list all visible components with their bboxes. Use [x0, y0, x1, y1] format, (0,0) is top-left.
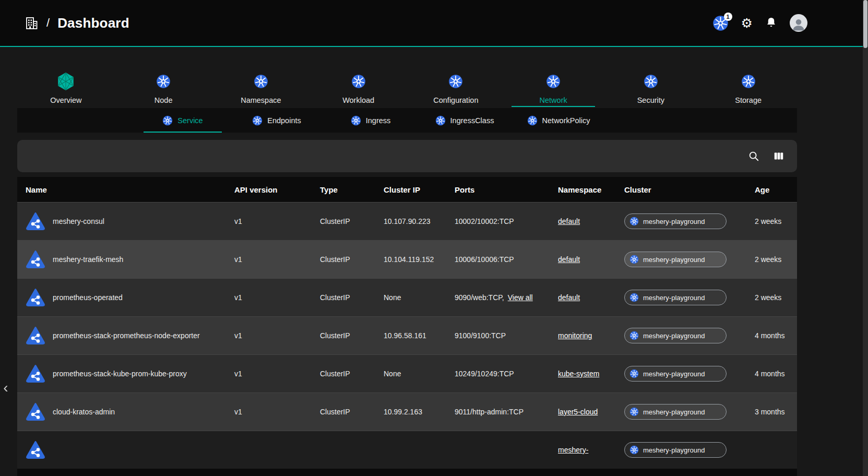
kubernetes-icon	[351, 71, 366, 92]
tab-overview[interactable]: Overview	[17, 68, 115, 107]
age: 2 weeks	[746, 293, 797, 302]
tab-ingressclass[interactable]: IngressClass	[418, 108, 512, 133]
service-type: ClusterIP	[312, 331, 375, 340]
tab-label: Network	[540, 96, 567, 104]
search-button[interactable]	[748, 150, 759, 162]
tab-storage[interactable]: Storage	[699, 68, 797, 107]
cluster-ip: 10.99.2.163	[375, 408, 446, 416]
column-header-ports[interactable]: Ports	[446, 185, 550, 194]
column-header-cluster-ip[interactable]: Cluster IP	[375, 185, 446, 194]
table-row[interactable]: cloud-kratos-admin v1 ClusterIP 10.99.2.…	[17, 392, 797, 431]
services-table: Name API version Type Cluster IP Ports N…	[17, 177, 797, 476]
kubernetes-icon	[435, 115, 446, 126]
kubernetes-icon	[254, 71, 268, 92]
app-header: / Dashboard 1 ⚙	[0, 0, 868, 46]
tab-security[interactable]: Security	[602, 68, 700, 107]
table-row[interactable]: meshery-consul v1 ClusterIP 10.107.90.22…	[17, 202, 797, 240]
kubernetes-icon	[629, 445, 639, 455]
service-type: ClusterIP	[312, 370, 375, 378]
tab-label: Storage	[735, 96, 762, 104]
table-row[interactable]: prometheus-operated v1 ClusterIP None 90…	[17, 278, 797, 316]
service-type: ClusterIP	[312, 255, 375, 264]
organization-icon[interactable]	[24, 15, 39, 31]
column-header-type[interactable]: Type	[312, 185, 375, 194]
cluster-name: meshery-playground	[643, 294, 705, 302]
table-header-row: Name API version Type Cluster IP Ports N…	[17, 177, 797, 202]
kubernetes-icon	[629, 331, 639, 340]
user-avatar[interactable]	[790, 14, 807, 32]
kubernetes-icon	[629, 293, 639, 302]
tab-ingress[interactable]: Ingress	[324, 108, 418, 133]
namespace-link[interactable]: default	[558, 293, 580, 302]
tab-label: Namespace	[241, 96, 281, 104]
search-icon	[748, 150, 759, 162]
tab-label: Service	[177, 116, 203, 125]
namespace-link[interactable]: meshery-	[558, 446, 588, 454]
cluster-ip: 10.96.58.161	[375, 331, 446, 340]
cluster-ip: 10.104.119.152	[375, 255, 446, 264]
table-row-partial[interactable]: meshery- meshery-playground	[17, 431, 797, 469]
ports: 9100/9100:TCP	[455, 331, 506, 340]
tab-endpoints[interactable]: Endpoints	[230, 108, 324, 133]
tab-label: Workload	[342, 96, 374, 104]
tab-node[interactable]: Node	[115, 68, 212, 107]
tab-networkpolicy[interactable]: NetworkPolicy	[512, 108, 605, 133]
tab-workload[interactable]: Workload	[310, 68, 407, 107]
api-version: v1	[226, 408, 312, 416]
table-row[interactable]: prometheus-stack-prometheus-node-exporte…	[17, 316, 797, 354]
age: 4 months	[746, 370, 797, 378]
namespace-link[interactable]: default	[558, 255, 580, 264]
cluster-chip[interactable]: meshery-playground	[624, 404, 727, 420]
ports: 9090/web:TCP,	[455, 293, 504, 302]
namespace-link[interactable]: default	[558, 217, 580, 225]
namespace-link[interactable]: monitoring	[558, 331, 592, 340]
column-header-cluster[interactable]: Cluster	[616, 185, 746, 194]
cluster-ip: 10.107.90.223	[375, 217, 446, 225]
page-scrollbar[interactable]	[863, 0, 868, 476]
cluster-chip[interactable]: meshery-playground	[624, 442, 727, 458]
page-title: Dashboard	[57, 15, 129, 31]
column-header-age[interactable]: Age	[746, 185, 797, 194]
cluster-chip[interactable]: meshery-playground	[624, 290, 727, 305]
column-header-name[interactable]: Name	[17, 185, 226, 194]
view-all-ports-link[interactable]: View all	[508, 293, 533, 302]
cluster-chip[interactable]: meshery-playground	[624, 366, 727, 382]
kubernetes-icon	[527, 115, 538, 126]
gear-icon: ⚙	[741, 16, 753, 30]
namespace-link[interactable]: kube-system	[558, 370, 599, 378]
table-row[interactable]: meshery-traefik-mesh v1 ClusterIP 10.104…	[17, 240, 797, 278]
api-version: v1	[226, 293, 312, 302]
service-name: prometheus-stack-prometheus-node-exporte…	[53, 331, 200, 340]
scrollbar-thumb[interactable]	[863, 0, 867, 48]
tab-label: Ingress	[366, 116, 391, 125]
cluster-chip[interactable]: meshery-playground	[624, 328, 727, 343]
cluster-connections-button[interactable]: 1	[712, 15, 729, 31]
cluster-name: meshery-playground	[643, 218, 705, 225]
tab-configuration[interactable]: Configuration	[407, 68, 505, 107]
cluster-name: meshery-playground	[643, 256, 705, 264]
service-name: meshery-consul	[53, 217, 104, 225]
bell-icon	[765, 16, 777, 28]
cluster-chip[interactable]: meshery-playground	[624, 213, 727, 229]
service-name: meshery-traefik-mesh	[53, 255, 123, 264]
service-icon	[26, 364, 45, 383]
settings-button[interactable]: ⚙	[741, 17, 753, 30]
kubernetes-icon	[162, 115, 173, 126]
service-icon	[26, 250, 45, 269]
namespace-link[interactable]: layer5-cloud	[558, 408, 598, 416]
table-row[interactable]: prometheus-stack-kube-prom-kube-proxy v1…	[17, 354, 797, 392]
kubernetes-icon	[629, 255, 639, 264]
kubernetes-icon	[546, 71, 561, 92]
column-header-api-version[interactable]: API version	[226, 185, 312, 194]
column-header-namespace[interactable]: Namespace	[550, 185, 616, 194]
notifications-button[interactable]	[765, 16, 777, 30]
tab-namespace[interactable]: Namespace	[212, 68, 310, 107]
tab-label: NetworkPolicy	[542, 116, 590, 125]
tab-network[interactable]: Network	[505, 68, 602, 107]
column-visibility-button[interactable]	[773, 150, 784, 162]
cluster-chip[interactable]: meshery-playground	[624, 252, 727, 267]
tab-service[interactable]: Service	[136, 108, 230, 133]
network-resource-tabs: Service Endpoints Ingress IngressClass N…	[17, 108, 797, 133]
service-type: ClusterIP	[312, 293, 375, 302]
collapse-drawer-button[interactable]: ‹	[1, 378, 10, 398]
